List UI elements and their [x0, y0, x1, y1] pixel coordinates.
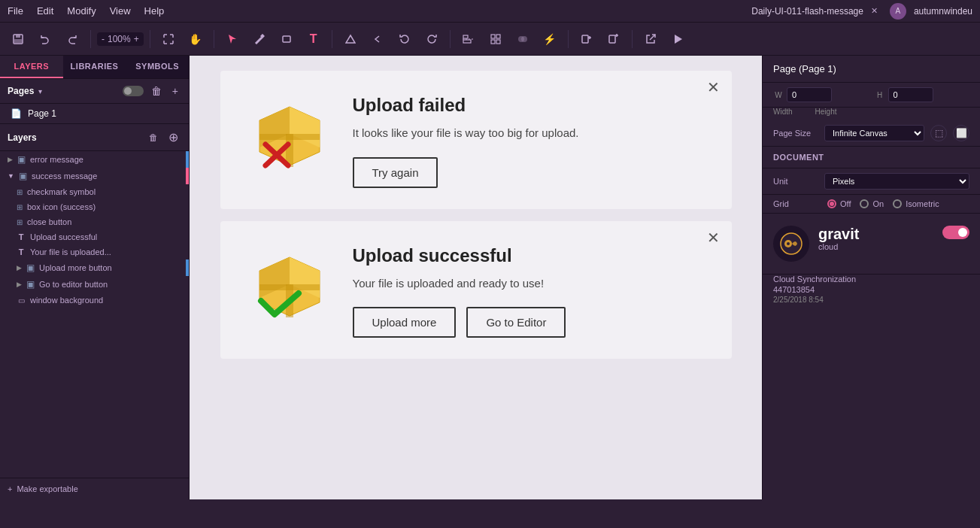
save-button[interactable] [6, 28, 30, 50]
layer-upload-more-button[interactable]: ▶ ▣ Upload more button [0, 259, 189, 276]
layer-name: close button [27, 217, 71, 226]
go-to-editor-button[interactable]: Go to Editor [466, 307, 566, 338]
svg-marker-3 [229, 35, 236, 44]
rotate-cw-button[interactable] [420, 28, 444, 50]
export-button[interactable] [602, 28, 626, 50]
page-name: Page 1 [28, 108, 56, 119]
layer-accent-blue [186, 151, 189, 168]
pages-toggle[interactable] [123, 86, 144, 96]
toolbar: - 100% + ✋ T ⚡ [0, 23, 980, 56]
layer-success-message[interactable]: ▼ ▣ success message [0, 168, 189, 184]
menu-edit[interactable]: Edit [37, 5, 53, 17]
error-close-button[interactable]: ✕ [707, 80, 720, 95]
arrow-tool[interactable] [366, 28, 390, 50]
menu-bar: File Edit Modify View Help Daily-UI-011-… [0, 0, 980, 23]
zoom-control[interactable]: - 100% + [97, 32, 144, 46]
select-tool[interactable] [220, 28, 244, 50]
fullscreen-button[interactable] [156, 28, 181, 50]
page-item-page1[interactable]: 📄 Page 1 [0, 104, 189, 123]
success-card-actions: Upload more Go to Editor [353, 307, 708, 338]
grid-on-radio[interactable] [860, 199, 869, 208]
layer-expand-arrow: ▼ [8, 172, 14, 180]
menu-file[interactable]: File [8, 5, 23, 17]
layer-goto-editor-button[interactable]: ▶ ▣ Go to editor button [0, 276, 189, 293]
layer-upload-successful-text[interactable]: T Upload successful [0, 229, 189, 244]
sync-toggle[interactable] [942, 226, 969, 239]
layer-close-button[interactable]: ⊞ close button [0, 214, 189, 229]
layer-window-background[interactable]: ▭ window background [0, 293, 189, 308]
grid-isometric-option[interactable]: Isometric [893, 199, 939, 208]
upload-more-button[interactable]: Upload more [353, 307, 457, 338]
layer-name: error message [30, 155, 83, 164]
menu-help[interactable]: Help [144, 5, 165, 17]
pagesize-row: Page Size Infinite Canvas ⬚ ⬜ [763, 120, 980, 147]
unit-select[interactable]: Pixels [824, 173, 969, 190]
sync-knob [958, 228, 967, 237]
height-sublabel: Height [815, 108, 837, 116]
grid-on-option[interactable]: On [860, 199, 884, 208]
insert-button[interactable] [575, 28, 599, 50]
tab-layers[interactable]: LAYERS [0, 56, 63, 78]
external-button[interactable] [639, 28, 663, 50]
zoom-plus[interactable]: + [134, 34, 139, 44]
gravit-cloud-sub: cloud [818, 242, 859, 251]
error-card-content: Upload failed It looks like your file is… [353, 92, 708, 188]
shape-tool[interactable] [275, 28, 299, 50]
add-page-button[interactable]: + [169, 83, 181, 99]
tab-libraries[interactable]: LIBRARIES [63, 56, 126, 78]
layer-checkmark-symbol[interactable]: ⊞ checkmark symbol [0, 184, 189, 199]
unit-row: Unit Pixels [763, 168, 980, 195]
canvas-area: ✕ U [190, 56, 762, 499]
layers-icons: 🗑 ⊕ [146, 129, 181, 146]
undo-button[interactable] [33, 28, 57, 50]
try-again-button[interactable]: Try again [353, 157, 438, 188]
grid-isometric-radio[interactable] [893, 199, 902, 208]
layer-your-file-text[interactable]: T Your file is uploaded... [0, 244, 189, 259]
layer-folder-icon: ▣ [17, 154, 26, 165]
success-close-button[interactable]: ✕ [707, 230, 720, 245]
add-layer-button[interactable]: ⊕ [165, 129, 181, 146]
svg-point-14 [521, 36, 527, 42]
pages-expand-icon[interactable]: ▾ [38, 87, 42, 96]
pen-tool[interactable] [247, 28, 272, 50]
effects-button[interactable]: ⚡ [538, 28, 562, 50]
success-card-content: Upload successful Your file is uploaded … [353, 242, 708, 338]
redo-button[interactable] [60, 28, 84, 50]
pagesize-select[interactable]: Infinite Canvas [824, 125, 924, 141]
text-tool[interactable]: T [302, 28, 326, 50]
present-button[interactable] [666, 28, 690, 50]
zoom-minus[interactable]: - [102, 34, 105, 44]
height-input[interactable] [888, 87, 933, 102]
success-flash-card: ✕ Upload succe [220, 221, 732, 360]
menu-modify[interactable]: Modify [67, 5, 96, 17]
gravit-name: gravit cloud [818, 226, 859, 251]
hand-tool[interactable]: ✋ [184, 28, 208, 50]
gravit-logo [773, 226, 809, 262]
boolean-button[interactable] [511, 28, 535, 50]
pagesize-custom-button[interactable]: ⬚ [930, 125, 947, 141]
tab-close-button[interactable]: ✕ [871, 6, 878, 16]
rotate-ccw-button[interactable] [393, 28, 417, 50]
pagesize-flip-button[interactable]: ⬜ [953, 125, 969, 141]
layers-label: Layers [8, 132, 37, 143]
error-card-actions: Try again [353, 157, 708, 188]
make-exportable[interactable]: + Make exportable [0, 478, 189, 499]
layer-error-message[interactable]: ▶ ▣ error message [0, 151, 189, 168]
layer-accent-pink [186, 168, 189, 184]
delete-page-button[interactable]: 🗑 [148, 83, 165, 99]
left-panel: LAYERS LIBRARIES SYMBOLS Pages ▾ 🗑 + 📄 P… [0, 56, 190, 499]
layer-symbol-icon: ⊞ [17, 218, 23, 226]
menu-view[interactable]: View [110, 5, 131, 17]
grid-off-option[interactable]: Off [827, 199, 851, 208]
width-input[interactable] [787, 87, 832, 102]
group-button[interactable] [484, 28, 508, 50]
delete-layer-button[interactable]: 🗑 [146, 129, 161, 146]
layer-box-icon-success[interactable]: ⊞ box icon (success) [0, 199, 189, 214]
height-label: H [875, 91, 885, 99]
zoom-value: 100% [108, 34, 131, 44]
align-button[interactable] [457, 28, 481, 50]
tab-symbols[interactable]: SYMBOLS [126, 56, 189, 78]
triangle-tool[interactable] [338, 28, 363, 50]
wh-row: W H [763, 83, 980, 108]
grid-off-radio[interactable] [827, 199, 836, 208]
